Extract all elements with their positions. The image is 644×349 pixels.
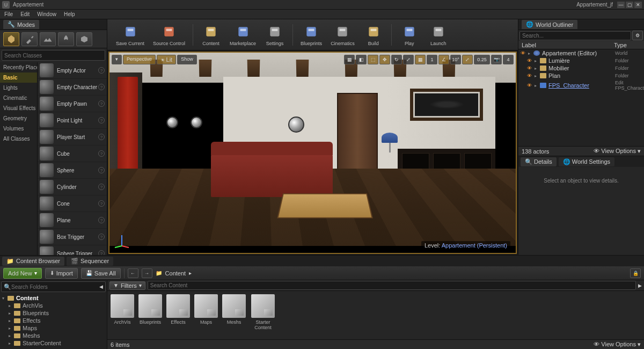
game-view-button[interactable]: ▦ [344, 55, 355, 64]
help-icon[interactable]: ? [98, 117, 105, 123]
outliner-row[interactable]: 👁▸LumièreFolder [518, 57, 644, 64]
cinematics-button[interactable]: Cinematics [327, 23, 358, 47]
launch-button[interactable]: Launch [425, 23, 452, 47]
scale-snap-button[interactable]: ⤢ [462, 55, 473, 64]
tree-node-startercontent[interactable]: ▸StarterContent [1, 339, 106, 347]
outliner-search-input[interactable] [519, 31, 631, 40]
tree-node-maps[interactable]: ▸Maps [1, 324, 106, 332]
rotate-tool-button[interactable]: ↻ [391, 55, 402, 64]
tab-world-settings[interactable]: 🌐 World Settings [559, 157, 614, 166]
realtime-button[interactable]: ◧ [356, 55, 367, 64]
geometry-mode-button[interactable] [76, 32, 92, 46]
help-icon[interactable]: ? [98, 134, 105, 140]
tree-node-meshs[interactable]: ▸Meshs [1, 332, 106, 339]
outliner-tree[interactable]: 👁▸Appartement (Editor)World👁▸LumièreFold… [518, 49, 644, 146]
actor-empty-actor[interactable]: Empty Actor? [38, 62, 107, 79]
show-button[interactable]: Show [177, 55, 197, 64]
visibility-icon[interactable]: 👁 [527, 73, 533, 78]
minimize-button[interactable]: — [617, 2, 625, 8]
help-icon[interactable]: ? [98, 184, 105, 190]
paint-mode-button[interactable] [21, 32, 38, 46]
actor-point-light[interactable]: Point Light? [38, 112, 107, 129]
visibility-icon[interactable]: 👁 [527, 83, 533, 88]
actor-cone[interactable]: Cone? [38, 195, 107, 212]
menu-window[interactable]: Window [37, 11, 56, 17]
translate-tool-button[interactable]: ✥ [379, 55, 390, 64]
visibility-icon[interactable]: 👁 [527, 58, 533, 63]
outliner-header-type[interactable]: Type [614, 42, 641, 48]
outliner-row[interactable]: 👁▸PlanFolder [518, 72, 644, 79]
asset-grid[interactable]: ArchVisBlueprintsEffectsMapsMeshsStarter… [107, 291, 644, 339]
tab-modes[interactable]: 🔧 Modes [3, 20, 39, 29]
help-icon[interactable]: ? [98, 200, 105, 207]
actor-player-start[interactable]: Player Start? [38, 129, 107, 146]
actor-cube[interactable]: Cube? [38, 146, 107, 162]
camera-speed-icon[interactable]: 📷 [491, 55, 502, 64]
lit-button[interactable]: ☀ Lit [157, 55, 176, 64]
tab-content-browser[interactable]: 📁Content Browser [2, 257, 64, 266]
foliage-mode-button[interactable] [58, 32, 74, 46]
source-control-button[interactable]: Source Control [150, 23, 188, 47]
visibility-icon[interactable]: 👁 [527, 66, 533, 71]
category-basic[interactable]: Basic [0, 72, 37, 83]
asset-effects[interactable]: Effects [166, 294, 190, 336]
filters-button[interactable]: ▼ Filters ▾ [109, 281, 145, 290]
perspective-button[interactable]: Perspective [123, 55, 156, 64]
grid-snap-button[interactable]: ▦ [415, 55, 426, 64]
tab-sequencer[interactable]: 🎬Sequencer [67, 257, 113, 266]
help-icon[interactable]: ? [98, 167, 105, 173]
category-volumes[interactable]: Volumes [0, 123, 37, 134]
actor-sphere[interactable]: Sphere? [38, 162, 107, 179]
help-icon[interactable]: ? [98, 234, 105, 240]
camera-speed-value[interactable]: 4 [503, 55, 514, 64]
marketplace-button[interactable]: Marketplace [226, 23, 259, 47]
outliner-filter-button[interactable]: ⚙ [632, 31, 643, 40]
close-button[interactable]: ✕ [634, 2, 642, 8]
search-folders-input[interactable] [11, 284, 99, 290]
asset-archvis[interactable]: ArchVis [111, 294, 134, 336]
asset-starter-content[interactable]: Starter Content [250, 294, 276, 336]
asset-meshs[interactable]: Meshs [222, 294, 246, 336]
grid-snap-value[interactable]: 1 [427, 55, 437, 64]
collapse-tree-button[interactable]: ◀ [99, 284, 103, 289]
tree-node-blueprints[interactable]: ▸Blueprints [1, 309, 106, 317]
play-button[interactable]: Play [396, 23, 423, 47]
cb-view-options[interactable]: 👁 View Options ▾ [594, 341, 641, 348]
viewport[interactable]: ▾ Perspective ☀ Lit Show ▦ ◧ ⬚ ✥ ↻ ⤢ ▦ 1… [108, 52, 517, 254]
lock-button[interactable]: 🔒 [630, 268, 641, 278]
outliner-view-options[interactable]: 👁 View Options ▾ [594, 148, 641, 155]
save-all-button[interactable]: 💾 Save All [81, 268, 121, 279]
outliner-row[interactable]: 👁▸FPS_CharacterEdit FPS_Charact [518, 79, 644, 91]
tree-node-effects[interactable]: ▸Effects [1, 317, 106, 324]
tab-details[interactable]: 🔍 Details [521, 157, 557, 166]
settings-button[interactable]: Settings [261, 23, 288, 47]
outliner-row[interactable]: 👁▸MobilierFolder [518, 64, 644, 72]
menu-file[interactable]: File [4, 11, 13, 17]
help-icon[interactable]: ? [98, 84, 105, 90]
category-lights[interactable]: Lights [0, 83, 37, 93]
path-back-button[interactable]: ← [128, 268, 138, 278]
asset-blueprints[interactable]: Blueprints [138, 294, 162, 336]
viewport-menu-button[interactable]: ▾ [112, 55, 122, 64]
build-button[interactable]: Build [360, 23, 387, 47]
category-recently-placed[interactable]: Recently Placed [0, 62, 37, 72]
menu-edit[interactable]: Edit [20, 11, 30, 17]
content-button[interactable]: Content [197, 23, 224, 47]
category-cinematic[interactable]: Cinematic [0, 93, 37, 103]
help-icon[interactable]: ? [98, 67, 105, 74]
category-all-classes[interactable]: All Classes [0, 134, 37, 144]
actor-empty-pawn[interactable]: Empty Pawn? [38, 96, 107, 112]
landscape-mode-button[interactable] [40, 32, 56, 46]
search-content-input[interactable] [148, 281, 636, 290]
tree-node-content[interactable]: ▾Content [1, 294, 106, 302]
actor-plane[interactable]: Plane? [38, 212, 107, 229]
maximize-button[interactable]: ▢ [626, 2, 633, 8]
scale-snap-value[interactable]: 0.25 [474, 55, 490, 64]
add-new-button[interactable]: Add New ▾ [3, 268, 42, 279]
select-tool-button[interactable]: ⬚ [368, 55, 378, 64]
category-geometry[interactable]: Geometry [0, 113, 37, 123]
breadcrumb[interactable]: 📁 Content ▸ [156, 270, 627, 277]
place-mode-button[interactable] [3, 32, 19, 46]
search-classes-input[interactable] [4, 53, 103, 59]
actor-empty-character[interactable]: Empty Character? [38, 79, 107, 96]
